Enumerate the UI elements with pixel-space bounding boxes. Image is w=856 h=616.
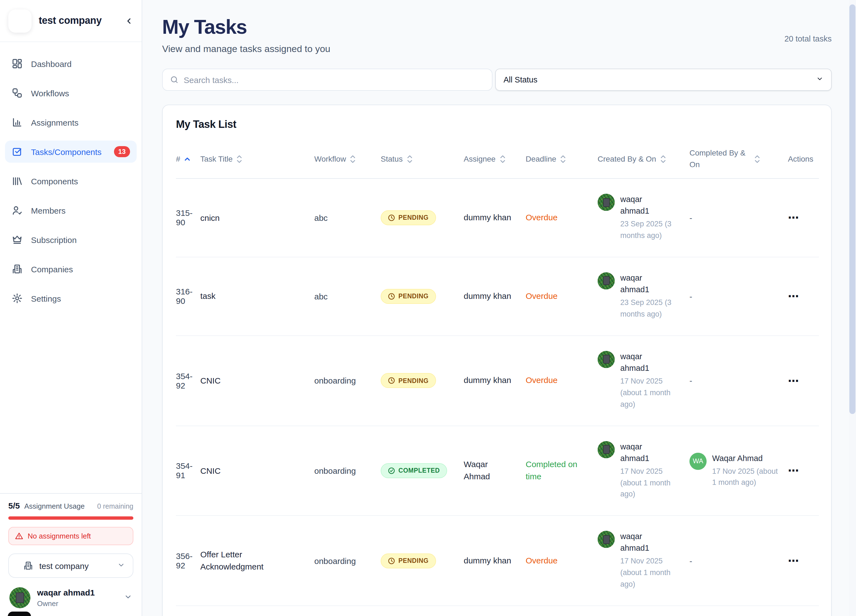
status-filter-value: All Status bbox=[503, 75, 537, 84]
sidebar-header: test company bbox=[0, 0, 142, 42]
sidebar-item-label: Components bbox=[31, 177, 78, 186]
scrollbar-track[interactable] bbox=[849, 0, 856, 616]
created-date: 23 Sep 2025 (3 months ago) bbox=[620, 297, 680, 320]
no-assignments-warning: No assignments left bbox=[8, 527, 133, 545]
deadline-text: Overdue bbox=[526, 374, 557, 387]
sidebar: test company Dashboard Workflows Assignm… bbox=[0, 0, 142, 616]
sidebar-footer: 5/5 Assignment Usage 0 remaining No assi… bbox=[0, 493, 142, 616]
scrollbar-thumb[interactable] bbox=[849, 5, 856, 414]
user-avatar bbox=[9, 587, 31, 608]
completed-dash: - bbox=[690, 213, 692, 222]
task-id: 316-90 bbox=[176, 287, 192, 306]
sort-asc-icon bbox=[184, 156, 190, 161]
building-icon bbox=[23, 561, 33, 571]
status-badge: PENDING bbox=[381, 553, 436, 568]
task-id: 315-90 bbox=[176, 208, 192, 227]
warning-text: No assignments left bbox=[28, 532, 91, 540]
deadline-text: Overdue bbox=[526, 290, 557, 302]
table-row[interactable]: 356-91 Offer Letter Acknowledgment onboa… bbox=[176, 606, 819, 616]
sidebar-item-assignments[interactable]: Assignments bbox=[5, 111, 137, 133]
column-header-assignee[interactable]: Assignee bbox=[464, 154, 518, 163]
creator-avatar bbox=[597, 272, 615, 290]
created-date: 17 Nov 2025 (about 1 month ago) bbox=[620, 556, 680, 591]
task-table: # Task Title Workflow Status Assignee De… bbox=[176, 147, 819, 616]
task-assignee: Waqar Ahmad bbox=[464, 458, 511, 483]
clock-icon bbox=[388, 377, 395, 384]
creator-name: waqar ahmad1 bbox=[620, 441, 659, 464]
column-header-deadline[interactable]: Deadline bbox=[526, 154, 590, 163]
task-id: 356-92 bbox=[176, 551, 192, 570]
clock-icon bbox=[388, 293, 395, 300]
clock-icon bbox=[388, 557, 395, 564]
chevron-left-icon bbox=[125, 16, 133, 25]
row-actions-button[interactable]: ⋯ bbox=[788, 555, 799, 566]
search-box bbox=[162, 69, 493, 91]
row-actions-button[interactable]: ⋯ bbox=[788, 375, 799, 386]
sort-icon bbox=[237, 155, 243, 163]
completer-avatar: WA bbox=[690, 453, 707, 470]
column-header-number[interactable]: # bbox=[176, 154, 192, 163]
chevron-down-icon bbox=[816, 75, 824, 84]
table-row[interactable]: 356-92 Offer Letter Acknowledgment onboa… bbox=[176, 516, 819, 606]
sidebar-item-tasks-components[interactable]: Tasks/Components 13 bbox=[5, 140, 137, 163]
sidebar-item-components[interactable]: Components bbox=[5, 170, 137, 192]
column-header-status[interactable]: Status bbox=[381, 154, 456, 163]
column-header-actions: Actions bbox=[788, 154, 811, 163]
creator-name: waqar ahmad1 bbox=[620, 531, 659, 554]
sidebar-item-companies[interactable]: Companies bbox=[5, 258, 137, 280]
chevron-down-icon bbox=[117, 561, 125, 570]
assignment-usage: 5/5 Assignment Usage 0 remaining bbox=[8, 501, 133, 510]
page-subtitle: View and manage tasks assigned to you bbox=[162, 44, 831, 55]
sidebar-item-label: Members bbox=[31, 206, 66, 215]
sidebar-item-dashboard[interactable]: Dashboard bbox=[5, 52, 137, 75]
status-label: COMPLETED bbox=[399, 467, 440, 474]
column-header-created[interactable]: Created By & On bbox=[597, 154, 682, 163]
task-list-card: My Task List # Task Title Workflow Statu… bbox=[162, 105, 831, 616]
search-input[interactable] bbox=[184, 75, 485, 85]
company-switcher[interactable]: test company bbox=[8, 553, 133, 578]
total-tasks-count: 20 total tasks bbox=[784, 34, 831, 43]
user-menu[interactable]: waqar ahmad1 Owner bbox=[8, 586, 133, 611]
completed-dash: - bbox=[690, 292, 692, 301]
sidebar-collapse-button[interactable] bbox=[125, 16, 133, 25]
dashboard-icon bbox=[12, 58, 23, 69]
check-circle-icon bbox=[388, 467, 395, 474]
page-title: My Tasks bbox=[162, 15, 831, 39]
table-row[interactable]: 354-91 CNIC onboarding COMPLETED Waqar A… bbox=[176, 426, 819, 516]
task-title: CNIC bbox=[200, 375, 220, 387]
row-actions-button[interactable]: ⋯ bbox=[788, 291, 799, 302]
task-workflow: abc bbox=[314, 292, 328, 301]
completed-dash: - bbox=[690, 556, 692, 565]
user-check-icon bbox=[12, 205, 23, 216]
column-header-task-title[interactable]: Task Title bbox=[200, 154, 306, 163]
table-row[interactable]: 316-90 task abc PENDING dummy khan Overd… bbox=[176, 257, 819, 336]
table-row[interactable]: 315-90 cnicn abc PENDING dummy khan Over… bbox=[176, 179, 819, 257]
sidebar-item-workflows[interactable]: Workflows bbox=[5, 82, 137, 104]
column-header-completed[interactable]: Completed By & On bbox=[690, 147, 780, 171]
tasks-count-badge: 13 bbox=[114, 146, 130, 157]
sidebar-item-subscription[interactable]: Subscription bbox=[5, 229, 137, 251]
creator-name: waqar ahmad1 bbox=[620, 351, 659, 374]
status-filter-select[interactable]: All Status bbox=[495, 69, 831, 91]
table-header-row: # Task Title Workflow Status Assignee De… bbox=[176, 147, 819, 179]
workflow-icon bbox=[12, 88, 23, 99]
sort-icon bbox=[406, 155, 413, 163]
company-name: test company bbox=[39, 15, 117, 26]
row-actions-button[interactable]: ⋯ bbox=[788, 465, 799, 476]
task-list-title: My Task List bbox=[176, 119, 818, 131]
column-header-workflow[interactable]: Workflow bbox=[314, 154, 373, 163]
company-logo bbox=[8, 9, 32, 32]
company-switcher-label: test company bbox=[39, 561, 89, 570]
warning-triangle-icon bbox=[15, 532, 23, 540]
task-workflow: onboarding bbox=[314, 466, 356, 476]
sort-icon bbox=[350, 155, 356, 163]
table-row[interactable]: 354-92 CNIC onboarding PENDING dummy kha… bbox=[176, 336, 819, 426]
row-actions-button[interactable]: ⋯ bbox=[788, 212, 799, 223]
creator-avatar bbox=[597, 351, 615, 368]
sidebar-item-members[interactable]: Members bbox=[5, 200, 137, 222]
sidebar-item-settings[interactable]: Settings bbox=[5, 288, 137, 310]
app-window: test company Dashboard Workflows Assignm… bbox=[0, 0, 856, 616]
creator-avatar bbox=[597, 441, 615, 458]
filter-row: All Status bbox=[162, 69, 831, 91]
sidebar-item-label: Assignments bbox=[31, 118, 79, 127]
